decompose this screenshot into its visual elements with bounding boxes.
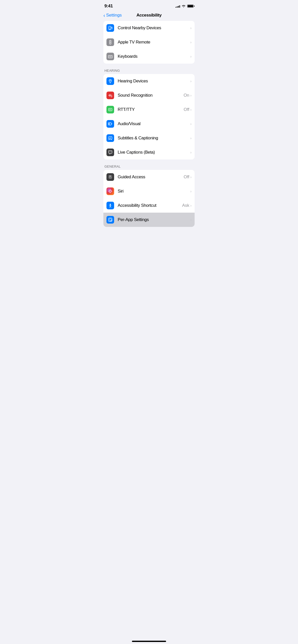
list-item-keyboards[interactable]: Keyboards › [103, 49, 195, 64]
per-app-settings-label: Per-App Settings [118, 217, 149, 222]
svg-point-14 [110, 80, 111, 81]
status-bar: 9:41 [99, 0, 199, 11]
list-item-control-nearby-devices[interactable]: Control Nearby Devices › [103, 21, 195, 35]
svg-rect-25 [110, 110, 110, 110]
control-nearby-devices-label: Control Nearby Devices [118, 25, 161, 31]
live-captions-icon [106, 149, 114, 156]
section-hearing: HEARING Hearing Devices › [99, 69, 199, 159]
chevron-right-icon: › [190, 151, 192, 154]
accessibility-shortcut-label: Accessibility Shortcut [118, 203, 156, 208]
nav-header: ‹ Settings Accessibility [99, 11, 199, 21]
svg-rect-24 [109, 110, 110, 110]
svg-line-47 [110, 206, 111, 207]
list-item-apple-tv-remote[interactable]: Apple TV Remote › [103, 35, 195, 49]
svg-rect-11 [109, 57, 109, 57]
svg-marker-29 [112, 123, 112, 124]
hearing-devices-icon [106, 77, 114, 85]
list-item-rtt-tty[interactable]: RTT/TTY Off › [103, 103, 195, 117]
live-captions-label: Live Captions (Beta) [118, 150, 155, 155]
sound-recognition-label: Sound Recognition [118, 93, 153, 98]
chevron-right-icon: › [190, 79, 192, 83]
status-time: 9:41 [104, 4, 113, 9]
list-item-audio-visual[interactable]: Audio/Visual › [103, 117, 195, 131]
svg-rect-20 [109, 108, 112, 111]
svg-rect-16 [110, 94, 110, 97]
sound-recognition-icon [106, 92, 114, 99]
hearing-devices-label: Hearing Devices [118, 79, 148, 84]
back-button[interactable]: ‹ Settings [103, 13, 122, 18]
chevron-right-icon: › [190, 26, 192, 30]
svg-rect-36 [110, 152, 111, 152]
svg-rect-15 [109, 95, 109, 96]
general-list-card: Guided Access Off › Siri [103, 170, 195, 227]
svg-rect-21 [109, 109, 110, 110]
chevron-right-icon: › [190, 122, 192, 126]
guided-access-label: Guided Access [118, 174, 145, 180]
svg-rect-10 [112, 56, 112, 57]
apple-tv-remote-label: Apple TV Remote [118, 40, 150, 45]
hearing-list-card: Hearing Devices › [103, 74, 195, 159]
wifi-icon [182, 5, 186, 8]
chevron-right-icon: › [190, 40, 192, 44]
keyboards-icon [106, 53, 114, 60]
svg-point-2 [110, 28, 110, 28]
svg-rect-13 [112, 57, 112, 57]
guided-access-value: Off [184, 174, 189, 180]
list-item-guided-access[interactable]: Guided Access Off › [103, 170, 195, 184]
guided-access-icon [106, 173, 114, 181]
back-chevron-icon: ‹ [103, 13, 105, 18]
list-item-accessibility-shortcut[interactable]: Accessibility Shortcut Ask › [103, 198, 195, 213]
chevron-right-icon: › [190, 175, 192, 179]
list-item-live-captions[interactable]: Live Captions (Beta) › [103, 145, 195, 159]
svg-rect-22 [110, 109, 110, 110]
svg-point-4 [110, 41, 111, 41]
per-app-settings-icon [106, 216, 114, 224]
chevron-right-icon: › [190, 55, 192, 58]
svg-point-31 [109, 124, 110, 124]
chevron-right-icon: › [190, 94, 192, 97]
svg-rect-37 [111, 152, 112, 152]
battery-icon [187, 5, 194, 8]
svg-rect-9 [111, 56, 111, 57]
section-general: GENERAL Guided Access Off › [99, 165, 199, 227]
sound-recognition-value: On [184, 93, 189, 98]
status-icons [175, 5, 194, 8]
chevron-right-icon: › [190, 218, 192, 222]
subtitles-captioning-label: Subtitles & Captioning [118, 136, 158, 141]
svg-rect-32 [109, 137, 112, 139]
partial-list-card: Control Nearby Devices › Apple TV Remote… [103, 21, 195, 64]
rtt-tty-label: RTT/TTY [118, 107, 135, 112]
section-header-hearing: HEARING [99, 69, 199, 74]
accessibility-shortcut-icon [106, 202, 114, 209]
section-header-general: GENERAL [99, 165, 199, 170]
audio-visual-icon [106, 120, 114, 128]
content-scroll: Control Nearby Devices › Apple TV Remote… [99, 21, 199, 242]
control-nearby-devices-icon [106, 24, 114, 32]
siri-icon [106, 187, 114, 195]
back-button-label: Settings [106, 13, 122, 18]
signal-icon [175, 5, 180, 8]
list-item-subtitles-captioning[interactable]: Subtitles & Captioning › [103, 131, 195, 145]
page-title: Accessibility [137, 13, 162, 18]
svg-rect-12 [110, 57, 111, 57]
svg-rect-8 [110, 56, 110, 57]
list-item-per-app-settings[interactable]: Per-App Settings › [103, 213, 195, 227]
svg-rect-35 [109, 152, 110, 152]
audio-visual-label: Audio/Visual [118, 121, 140, 126]
list-item-hearing-devices[interactable]: Hearing Devices › [103, 74, 195, 88]
chevron-right-icon: › [190, 189, 192, 193]
rtt-tty-value: Off [184, 107, 189, 112]
apple-tv-remote-icon [106, 38, 114, 46]
keyboards-label: Keyboards [118, 54, 138, 59]
svg-rect-26 [111, 110, 111, 110]
list-item-sound-recognition[interactable]: Sound Recognition On › [103, 88, 195, 103]
svg-rect-38 [109, 175, 112, 179]
siri-label: Siri [118, 189, 124, 194]
chevron-right-icon: › [190, 108, 192, 111]
svg-rect-39 [110, 177, 111, 178]
svg-rect-27 [111, 110, 112, 110]
accessibility-shortcut-value: Ask [182, 203, 189, 208]
list-item-siri[interactable]: Siri › [103, 184, 195, 198]
svg-rect-23 [111, 109, 111, 110]
chevron-right-icon: › [190, 136, 192, 140]
